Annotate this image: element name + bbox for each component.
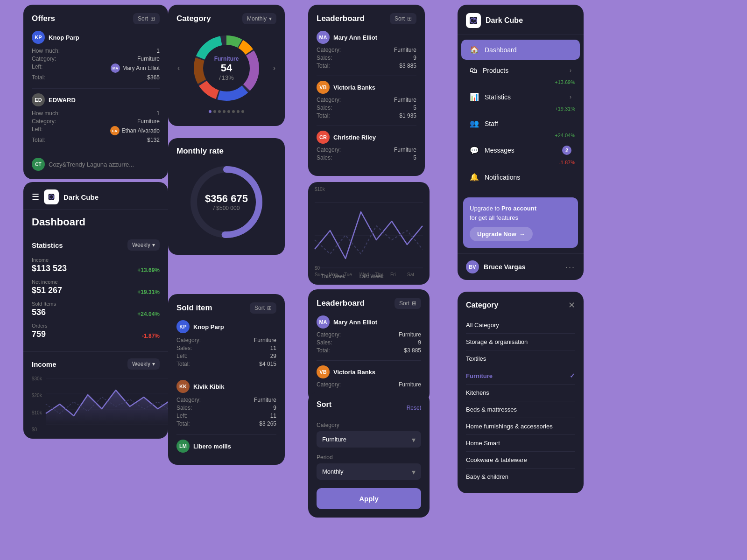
app-logo [466,13,481,28]
offer-item-2: ED EDWARD How much:1 Category:Furniture … [32,93,160,143]
avatar: VB [317,81,330,94]
avatar: MA [317,31,330,44]
income-title: Income [32,360,56,368]
avatar: ED [32,93,45,106]
category-select[interactable]: Furniture [317,431,421,448]
avatar: VB [317,365,330,378]
dashboard-page-title: Dashboard [23,210,168,233]
lb-entry-1: MA Mary Ann Elliot Category:Furniture Sa… [317,315,421,354]
category-period-button[interactable]: Monthly ▾ [242,13,276,24]
leaderboard-bottom-title: Leaderboard [317,299,365,308]
user-name: Bruce Vargas [484,263,561,271]
sidebar-item-label: Messages [485,147,557,154]
last-week-legend: --- Last Week [353,273,384,279]
dashboard-logo [44,189,59,204]
sort-panel-card: Sort Reset Category Furniture Period Mon… [308,392,430,518]
sold-item-row-1: KP Knop Parp Category:Furniture Sales:11… [176,320,276,367]
cat-item-cookware[interactable]: Cookware & tableware [466,452,575,469]
leader-entry-1: MA Mary Ann Elliot Category:Furniture Sa… [317,31,416,69]
sidebar-item-statistics[interactable]: 📊 Statistics › [461,87,580,107]
sidebar-item-messages[interactable]: 💬 Messages 2 [461,140,580,161]
monthly-rate-card: Monthly rate $356 675 / $500 000 [168,138,285,255]
leaderboard-bottom-card: Leaderboard Sort ⊞ MA Mary Ann Elliot Ca… [308,289,430,403]
leaderboard-top-title: Leaderboard [317,14,365,23]
cat-item-textiles[interactable]: Textiles [466,350,575,367]
period-select-wrapper: Monthly [317,463,421,480]
dashboard-brand: Dark Cube [63,193,99,201]
chevron-right-icon: › [570,67,571,74]
stat-income: Income $113 523 +13.69% [32,257,160,273]
stat-orders: Orders 759 -1.87% [32,323,160,339]
weekly-chart-svg: Sun Mon Tue Wed Thu Fri Sat [315,193,423,277]
messages-icon: 💬 [470,146,479,155]
leaderboard-bottom-sort[interactable]: Sort ⊞ [395,298,421,309]
upgrade-banner: Upgrade to Pro accountfor get all featur… [463,197,578,248]
page-dots [176,110,276,113]
user-footer: BV Bruce Vargas ··· [458,253,584,280]
category-select-wrapper: Furniture [317,431,421,448]
sidebar-item-label: Dashboard [485,46,571,54]
statistics-weekly-button[interactable]: Weekly ▾ [127,239,160,251]
sidebar-item-label: Products [483,67,564,74]
category-list-card: Category ✕ All Category Storage & organi… [458,292,584,493]
dashboard-card: ☰ Dark Cube Dashboard Statistics Weekly … [23,182,168,439]
cat-item-kitchens[interactable]: Kitchens [466,385,575,401]
avatar: KK [176,380,190,393]
sold-item-card: Sold item Sort ⊞ KP Knop Parp Category:F… [168,294,285,465]
offer-item-1: KP Knop Parp How much:1 Category:Furnitu… [32,31,160,81]
next-arrow[interactable]: › [273,64,275,72]
cat-item-home-smart[interactable]: Home Smart [466,435,575,452]
income-weekly-button[interactable]: Weekly ▾ [127,358,160,370]
dark-cube-logo-icon [469,16,478,25]
sidebar-item-products[interactable]: 🛍 Products › [461,61,580,80]
period-sort-label: Period [317,454,421,461]
statistics-icon: 📊 [470,92,479,101]
income-chart: $30k $20k $10k $0 [32,376,160,432]
sidebar-item-notifications[interactable]: 🔔 Notifications [461,167,580,187]
avatar: CT [32,158,45,171]
products-icon: 🛍 [470,66,477,75]
statistics-section-title: Statistics [32,241,63,249]
cat-item-home-furnishings[interactable]: Home furnishings & accessories [466,418,575,435]
leaderboard-sort-button[interactable]: Sort ⊞ [390,13,416,24]
checkmark-icon: ✓ [570,372,575,379]
avatar: MA [317,315,330,329]
cat-item-all[interactable]: All Category [466,317,575,334]
apply-button[interactable]: Apply [317,488,421,509]
dark-cube-small-icon [48,193,55,201]
sold-item-sort-button[interactable]: Sort ⊞ [250,302,276,314]
upgrade-now-button[interactable]: Upgrade Now → [470,227,533,241]
sidebar-item-dashboard[interactable]: 🏠 Dashboard [461,40,580,60]
avatar: LM [176,440,190,453]
leader-entry-3: CR Christine Riley Category:Furniture Sa… [317,131,416,161]
sidebar-item-label: Notifications [485,174,571,181]
cat-item-furniture[interactable]: Furniture ✓ [466,367,575,385]
category-list-title: Category [466,301,498,309]
stat-net-income: Net income $51 267 +19.31% [32,279,160,295]
offer-name: Knop Parp [49,34,79,41]
prev-arrow[interactable]: ‹ [177,64,180,72]
reset-button[interactable]: Reset [407,405,421,411]
lb-entry-2: VB Victoria Banks Category:Furniture [317,365,421,388]
category-donut-title: Category [176,14,211,23]
cat-item-beds[interactable]: Beds & mattresses [466,401,575,418]
offer-name: EDWARD [49,97,76,104]
offers-sort-button[interactable]: Sort ⊞ [133,13,160,24]
sort-panel-title: Sort [317,400,331,409]
this-week-legend: — This Week [315,273,345,279]
category-donut-card: Category Monthly ▾ Furniture 54 / 13% [168,5,285,126]
cat-item-storage[interactable]: Storage & organisation [466,334,575,350]
period-select[interactable]: Monthly [317,463,421,480]
avatar-small: MA [111,63,120,73]
close-button[interactable]: ✕ [568,300,575,310]
user-avatar: BV [466,260,479,273]
sidebar-item-staff[interactable]: 👥 Staff [461,113,580,133]
svg-text:Fri: Fri [390,272,396,277]
cat-item-baby[interactable]: Baby & children [466,469,575,485]
avatar: KP [176,320,190,333]
sold-item-row-3: LM Libero mollis [176,440,276,453]
hamburger-icon[interactable]: ☰ [32,192,39,202]
user-more-button[interactable]: ··· [565,262,575,272]
avatar: KP [32,31,45,44]
staff-icon: 👥 [470,119,479,128]
